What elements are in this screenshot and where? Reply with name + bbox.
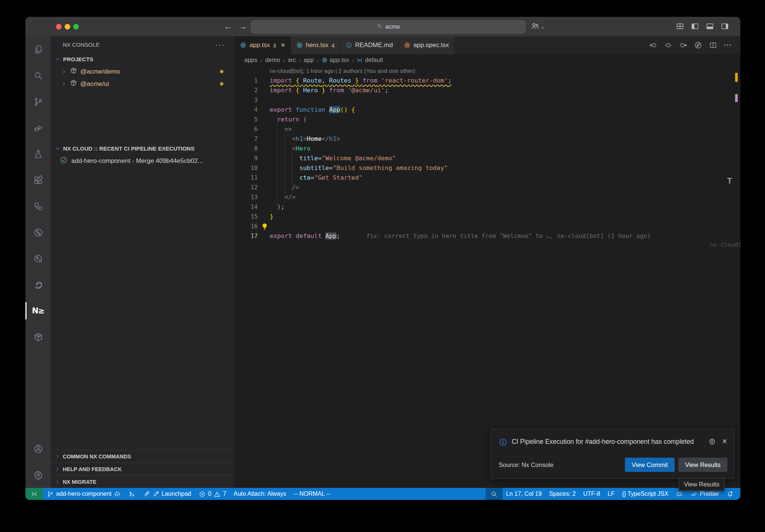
project-label: @acme/demo xyxy=(80,68,120,75)
check-double-icon xyxy=(690,491,697,498)
editor-action-back-circle-icon[interactable] xyxy=(649,41,657,49)
activity-bar-accounts-icon[interactable] xyxy=(25,436,51,462)
status-vim-mode[interactable]: -- NORMAL -- xyxy=(290,488,334,500)
tab-app.tsx[interactable]: app.tsx3✕ xyxy=(235,36,291,54)
section-label: COMMON NX COMMANDS xyxy=(63,454,131,460)
nx-cloud-section-header[interactable]: NX CLOUD :: RECENT CI PIPELINE EXECUTION… xyxy=(51,142,235,155)
status-git-branch[interactable]: add-hero-component xyxy=(43,488,125,500)
panel-bottom-icon[interactable] xyxy=(706,22,714,31)
history-back-icon[interactable]: ← xyxy=(224,22,232,31)
chevron-right-icon xyxy=(55,454,61,460)
rocket-icon xyxy=(143,491,150,498)
panel-right-icon[interactable] xyxy=(721,22,729,31)
status-auto-attach[interactable]: Auto Attach: Always xyxy=(230,488,290,500)
chevron-down-icon xyxy=(55,56,61,62)
activity-bar-source-control-graph-icon[interactable] xyxy=(25,219,51,245)
react-blue-icon xyxy=(322,57,328,63)
workbench: N≥ NX CONSOLE ··· PROJECTS@acme/demo@acm… xyxy=(25,36,740,488)
status-problems[interactable]: 07 xyxy=(195,488,230,500)
indent-guide xyxy=(277,115,278,213)
view-commit-button[interactable]: View Commit xyxy=(625,458,675,472)
notification-toast: CI Pipeline Execution for #add-hero-comp… xyxy=(491,429,734,479)
tab-label: README.md xyxy=(355,41,393,49)
tab-label: app.tsx xyxy=(250,41,270,49)
activity-bar-project-details-icon[interactable] xyxy=(25,193,51,219)
react-orange-icon xyxy=(404,42,411,49)
breadcrumb-item-app.tsx[interactable]: app.tsx xyxy=(322,57,349,64)
projects-section-header[interactable]: PROJECTS xyxy=(51,53,235,65)
check-circle-icon xyxy=(60,156,68,166)
sidebar-nx-console: NX CONSOLE ··· PROJECTS@acme/demo@acme/u… xyxy=(51,36,235,488)
project-item[interactable]: @acme/demo xyxy=(51,65,235,78)
tab-app.spec.tsx[interactable]: app.spec.tsx xyxy=(399,36,455,54)
pipeline-execution-item[interactable]: add-hero-component - Merge 409b44e5cb02.… xyxy=(51,155,235,167)
activity-bar-run-debug-icon[interactable] xyxy=(25,115,51,141)
tab-hero.tsx[interactable]: hero.tsx4 xyxy=(291,36,340,54)
layout-grid-icon[interactable] xyxy=(676,22,684,31)
minimize-window-button[interactable] xyxy=(65,24,70,30)
status-indentation[interactable]: Spaces: 2 xyxy=(545,488,579,500)
code-editor[interactable]: nx-cloud[bot], 1 hour ago | 2 authors (Y… xyxy=(235,66,740,488)
status-cursor-position[interactable]: Ln 17, Col 19 xyxy=(502,488,545,500)
accounts-menu[interactable]: ⌄ xyxy=(530,21,545,32)
status-encoding[interactable]: UTF-8 xyxy=(579,488,604,500)
info-icon xyxy=(499,437,507,448)
activity-bar-extensions-icon[interactable] xyxy=(25,167,51,193)
git-graph-icon xyxy=(128,491,136,498)
view-results-button[interactable]: View Results xyxy=(678,458,727,472)
notification-settings-gear-icon[interactable] xyxy=(708,437,716,447)
activity-bar-nx-console-icon[interactable]: N≥ xyxy=(25,298,51,324)
activity-bar-package-explorer-icon[interactable] xyxy=(25,324,51,350)
activity-bar-edge-browser-icon[interactable] xyxy=(25,272,51,298)
breadcrumb-item-demo[interactable]: demo xyxy=(265,57,280,64)
remote-icon xyxy=(31,491,38,498)
editor-action-run-circle-icon[interactable] xyxy=(694,41,702,49)
close-tab-icon[interactable]: ✕ xyxy=(281,42,285,49)
close-window-button[interactable] xyxy=(56,24,62,30)
bell-dot-icon xyxy=(727,491,734,498)
breadcrumb-item-src[interactable]: src xyxy=(288,57,296,64)
status-bar: add-hero-componentLaunchpad07Auto Attach… xyxy=(25,488,740,500)
breadcrumb-item-default[interactable]: default xyxy=(357,57,383,64)
editor-action-forward-circle-icon[interactable] xyxy=(679,41,687,49)
command-center-search[interactable]: acme xyxy=(251,20,526,34)
react-blue-icon xyxy=(240,42,247,49)
sidebar-section-help-and-feedback[interactable]: HELP AND FEEDBACK xyxy=(51,463,235,475)
activity-bar-search-icon[interactable] xyxy=(25,62,51,89)
status-source-control-graph[interactable] xyxy=(125,488,139,500)
editor-action-more-icon[interactable]: ··· xyxy=(724,41,732,49)
editor-action-circle-icon[interactable] xyxy=(664,41,672,49)
code-line-10: 10 subtitle="Build something amazing tod… xyxy=(235,163,740,173)
zoom-window-button[interactable] xyxy=(73,24,79,30)
activity-bar-nx-cloud-graph-icon[interactable] xyxy=(25,245,51,272)
activity-bar-testing-icon[interactable] xyxy=(25,141,51,167)
activity-bar-source-control-icon[interactable] xyxy=(25,89,51,115)
status-search-highlight[interactable] xyxy=(486,488,502,500)
sidebar-section-nx-migrate[interactable]: NX MIGRATE xyxy=(51,475,235,488)
copilot-icon xyxy=(676,491,683,498)
activity-bar-explorer-icon[interactable] xyxy=(25,36,51,62)
symbol-default-icon xyxy=(357,57,363,63)
panel-left-icon[interactable] xyxy=(691,22,699,31)
status-launchpad[interactable]: Launchpad xyxy=(139,488,195,500)
sidebar-section-common-nx-commands[interactable]: COMMON NX COMMANDS xyxy=(51,450,235,463)
status-eol[interactable]: LF xyxy=(604,488,619,500)
status-language-mode[interactable]: {} TypeScript JSX xyxy=(618,488,672,500)
sidebar-title: NX CONSOLE xyxy=(63,41,99,48)
breadcrumb-item-app[interactable]: app xyxy=(304,57,314,64)
more-actions-icon[interactable]: ··· xyxy=(215,40,225,49)
chevron-right-icon xyxy=(55,466,61,472)
status-notifications-bell[interactable] xyxy=(723,488,737,500)
history-forward-icon[interactable]: → xyxy=(239,22,247,31)
status-remote-indicator[interactable] xyxy=(25,488,43,500)
tab-problem-badge: 4 xyxy=(331,42,334,49)
activity-bar-settings-icon[interactable] xyxy=(25,462,51,488)
notification-close-icon[interactable]: ✕ xyxy=(722,437,727,445)
project-item[interactable]: @acme/ui xyxy=(51,78,235,90)
accounts-icon xyxy=(530,21,540,32)
overview-ruler-warning-mark xyxy=(735,73,738,82)
tab-README.md[interactable]: README.md xyxy=(340,36,399,54)
editor-action-split-icon[interactable] xyxy=(709,41,717,49)
search-small-icon xyxy=(490,491,498,498)
breadcrumb-item-apps[interactable]: apps xyxy=(244,57,257,64)
